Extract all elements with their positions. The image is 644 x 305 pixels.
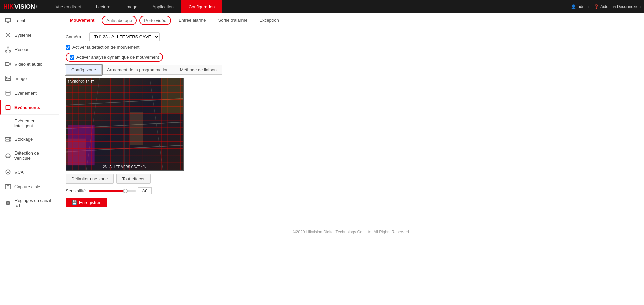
camera-select[interactable]: [D1] 23 - ALLEE VERS CAVE (89, 32, 160, 41)
svg-line-9 (8, 50, 10, 50)
delimite-zone-button[interactable]: Délimiter une zone (66, 174, 114, 184)
event-icon (5, 90, 11, 96)
brand-logo: HIKVISION® (3, 3, 38, 10)
main-content: Caméra [D1] 23 - ALLEE VERS CAVE Activer… (59, 27, 644, 212)
sidebar-image-label: Image (14, 76, 27, 81)
sidebar-item-iot[interactable]: Réglages du canal IoT (0, 194, 59, 212)
svg-line-39 (66, 122, 183, 129)
network-icon (5, 46, 11, 53)
save-icon: 💾 (72, 200, 77, 205)
top-navigation: HIKVISION® Vue en direct Lecture Image A… (0, 0, 644, 13)
svg-rect-14 (6, 91, 10, 95)
checkbox-analyse-circled: Activer analyse dynamique de mouvement (66, 53, 163, 62)
svg-point-35 (7, 202, 9, 204)
sensitivity-slider[interactable] (89, 190, 136, 192)
logout-link[interactable]: ⎋ Déconnexion (613, 4, 641, 9)
tab-perte-video[interactable]: Perte vidéo (139, 16, 171, 25)
footer: ©2020 Hikvision Digital Technology Co., … (59, 223, 644, 241)
help-icon: ❓ (594, 4, 599, 9)
iot-icon (5, 200, 11, 206)
sidebar-item-vehicule[interactable]: Détection de véhicule (0, 146, 59, 165)
vehicle-icon (5, 152, 11, 159)
sidebar-video-label: Vidéo et audio (14, 62, 42, 67)
save-button[interactable]: 💾 Enregistrer (66, 198, 107, 207)
checkbox-detection-row: Activer la détection de mouvement (66, 45, 637, 50)
sidebar-item-capture[interactable]: Capture cible (0, 179, 59, 194)
svg-rect-77 (130, 112, 143, 145)
nav-vue-direct[interactable]: Vue en direct (48, 0, 89, 13)
nav-image[interactable]: Image (118, 0, 145, 13)
nav-configuration[interactable]: Configuration (181, 0, 222, 13)
sub-tab-config-label: Config. zone (71, 67, 96, 72)
video-grid-overlay (66, 78, 183, 170)
sidebar-item-reseau[interactable]: Réseau (0, 42, 59, 57)
username: admin (578, 4, 589, 9)
monitor-icon (5, 18, 11, 24)
checkbox-detection[interactable] (66, 45, 70, 50)
svg-point-6 (9, 50, 11, 52)
svg-rect-12 (5, 76, 11, 81)
checkbox-analyse-label: Activer analyse dynamique de mouvement (76, 55, 159, 60)
sub-tabs-row: Config. zone Armement de la programmatio… (66, 65, 637, 75)
sidebar-vca-label: VCA (14, 170, 24, 175)
sub-tab-methode[interactable]: Méthode de liaison (174, 65, 222, 75)
tab-mouvement[interactable]: Mouvement (64, 13, 100, 27)
nav-lecture[interactable]: Lecture (89, 0, 118, 13)
svg-point-13 (6, 77, 7, 78)
sidebar-item-local[interactable]: Local (0, 13, 59, 28)
sidebar-reseau-label: Réseau (14, 47, 30, 52)
svg-point-29 (6, 170, 10, 174)
image-icon (5, 75, 11, 81)
video-label: 23 - ALLEE VERS CAVE 4/N (103, 165, 146, 169)
camera-row: Caméra [D1] 23 - ALLEE VERS CAVE (66, 32, 637, 41)
brand-hik: HIK (3, 3, 14, 10)
sidebar-item-video-audio[interactable]: Vidéo et audio (0, 57, 59, 71)
camera-label: Caméra (66, 34, 86, 39)
checkbox-analyse[interactable] (70, 55, 74, 60)
tout-effacer-button[interactable]: Tout effacer (116, 174, 151, 184)
footer-text: ©2020 Hikvision Digital Technology Co., … (293, 230, 410, 234)
sub-tab-armement[interactable]: Armement de la programmation (101, 65, 174, 75)
svg-point-25 (9, 140, 10, 141)
svg-rect-37 (66, 78, 183, 170)
sidebar-item-vca[interactable]: VCA (0, 165, 59, 179)
tab-exception[interactable]: Exception (254, 13, 285, 27)
svg-rect-36 (66, 78, 183, 170)
sensitivity-label: Sensibilité (66, 188, 86, 193)
nav-application[interactable]: Application (145, 0, 181, 13)
help-label: Aide (600, 4, 608, 9)
svg-rect-0 (5, 18, 11, 22)
storage-icon (5, 136, 11, 142)
sub-tab-config-zone[interactable]: Config. zone (66, 65, 101, 75)
svg-point-24 (9, 138, 10, 139)
svg-line-31 (8, 171, 10, 173)
sidebar-iot-label: Réglages du canal IoT (14, 198, 54, 208)
sidebar-item-evenement-intelligent[interactable]: Evènement intelligent (0, 115, 59, 132)
sidebar-evenements-label: Evènements (14, 105, 40, 110)
tab-antisabotage[interactable]: Antisabotage (102, 16, 137, 25)
sub-tab-methode-label: Méthode de liaison (180, 67, 217, 72)
capture-icon (5, 183, 11, 190)
video-container: 19/05/2022 12:47 23 - ALLEE VERS CAVE 4/… (66, 78, 184, 171)
nav-items: Vue en direct Lecture Image Application … (48, 0, 571, 13)
tab-sortie-alarme[interactable]: Sortie d'alarme (212, 13, 254, 27)
help-link[interactable]: ❓ Aide (594, 4, 608, 9)
logout-icon: ⎋ (613, 4, 616, 9)
svg-line-43 (150, 78, 163, 170)
sidebar-capture-label: Capture cible (14, 184, 40, 189)
sidebar-item-stockage[interactable]: Stockage (0, 132, 59, 146)
tab-entree-alarme[interactable]: Entrée alarme (172, 13, 212, 27)
sidebar-item-evenement[interactable]: Evènement (0, 86, 59, 100)
sensitivity-row: Sensibilité 80 (66, 187, 637, 194)
sidebar-item-image[interactable]: Image (0, 71, 59, 86)
sidebar-local-label: Local (14, 18, 25, 23)
sidebar-item-evenements[interactable]: Evènements (0, 100, 59, 115)
svg-rect-45 (66, 139, 86, 165)
checkbox-detection-label: Activer la détection de mouvement (72, 45, 139, 50)
user-info: 👤 admin (571, 4, 589, 9)
sidebar-item-systeme[interactable]: Système (0, 28, 59, 42)
checkbox-analyse-row: Activer analyse dynamique de mouvement (66, 53, 637, 62)
settings-icon (5, 32, 11, 38)
svg-rect-44 (68, 125, 94, 165)
video-icon (5, 61, 11, 67)
